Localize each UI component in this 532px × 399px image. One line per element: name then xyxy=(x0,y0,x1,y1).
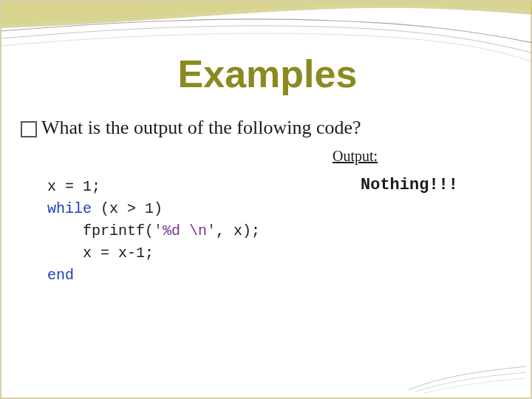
code-line-4: x = x-1; xyxy=(47,245,154,262)
code-line-1: x = 1; xyxy=(47,178,100,195)
question-text: What is the output of the following code… xyxy=(41,117,361,139)
output-value: Nothing!!! xyxy=(361,176,458,194)
bullet-square-icon xyxy=(21,121,37,137)
code-line-3a: fprintf( xyxy=(47,222,154,239)
slide-title: Examples xyxy=(1,52,532,96)
code-string-literal: '%d \n' xyxy=(154,222,216,239)
code-line-2-rest: (x > 1) xyxy=(92,200,163,217)
bottom-wave-decoration xyxy=(408,364,526,393)
code-keyword-while: while xyxy=(47,200,92,217)
question-row: What is the output of the following code… xyxy=(21,117,361,139)
code-line-3b: , x); xyxy=(216,222,260,239)
output-label: Output: xyxy=(332,148,378,165)
slide: Examples What is the output of the follo… xyxy=(0,0,532,399)
code-keyword-end: end xyxy=(47,267,74,284)
code-block: x = 1; while (x > 1) fprintf('%d \n', x)… xyxy=(47,176,260,287)
